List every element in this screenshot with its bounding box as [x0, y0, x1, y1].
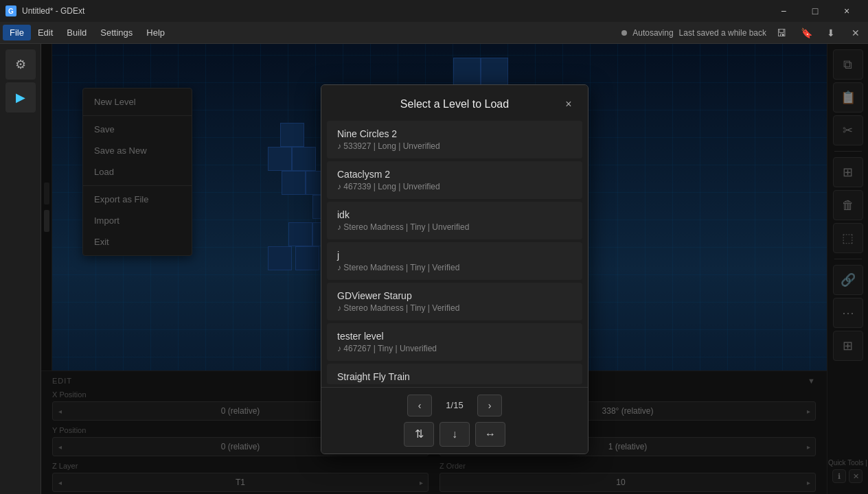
- close-panel-btn[interactable]: ✕: [846, 23, 865, 43]
- menu-settings[interactable]: Settings: [93, 25, 139, 40]
- autosave-dot: [621, 30, 627, 36]
- modal-footer: ‹ 1/15 › ⇅ ↓ ↔: [321, 387, 588, 454]
- menubar-right: Autosaving Last saved a while back 🖫 🔖 ⬇…: [621, 23, 865, 43]
- level-name-2: idk: [337, 209, 572, 220]
- level-item-5[interactable]: tester level ♪ 467267 | Tiny | Unverifie…: [327, 323, 582, 361]
- level-list: Nine Circles 2 ♪ 533927 | Long | Unverif…: [321, 121, 588, 387]
- menu-file[interactable]: File: [3, 25, 31, 40]
- level-name-3: j: [337, 250, 572, 261]
- modal-header: Select a Level to Load ×: [321, 85, 588, 121]
- autosave-label: Autosaving: [632, 28, 673, 38]
- modal-overlay: Select a Level to Load × Nine Circles 2 …: [41, 44, 868, 494]
- level-item-4[interactable]: GDViewer Starup ♪ Stereo Madness | Tiny …: [327, 283, 582, 320]
- menu-edit[interactable]: Edit: [31, 25, 60, 40]
- modal-close-button[interactable]: ×: [560, 96, 577, 113]
- close-button[interactable]: ×: [831, 0, 863, 22]
- maximize-button[interactable]: □: [799, 0, 831, 22]
- level-meta-4: ♪ Stereo Madness | Tiny | Verified: [337, 303, 572, 313]
- level-item-1[interactable]: Cataclysm 2 ♪ 467339 | Long | Unverified: [327, 161, 582, 199]
- share-icon-btn[interactable]: 🔖: [797, 23, 816, 43]
- last-saved-text: Last saved a while back: [679, 28, 766, 38]
- level-meta-0: ♪ 533927 | Long | Unverified: [337, 141, 572, 151]
- pagination: ‹ 1/15 ›: [330, 395, 580, 416]
- save-file-icon-btn[interactable]: 🖫: [772, 23, 791, 43]
- page-info: 1/15: [437, 400, 472, 410]
- titlebar-controls: − □ ×: [768, 0, 863, 22]
- level-select-modal: Select a Level to Load × Nine Circles 2 …: [321, 84, 589, 454]
- titlebar: G Untitled* - GDExt − □ ×: [0, 0, 868, 22]
- move-up-down-btn[interactable]: ⇅: [404, 422, 434, 447]
- move-lr-btn[interactable]: ↔: [475, 422, 505, 447]
- play-btn[interactable]: ▶: [5, 82, 36, 113]
- settings-sidebar-btn[interactable]: ⚙: [5, 49, 36, 80]
- titlebar-title: Untitled* - GDExt: [22, 6, 84, 16]
- modal-title: Select a Level to Load: [349, 98, 560, 110]
- left-sidebar: ⚙ ▶: [0, 44, 41, 494]
- level-meta-3: ♪ Stereo Madness | Tiny | Verified: [337, 263, 572, 272]
- move-down-btn[interactable]: ↓: [439, 422, 470, 447]
- minimize-button[interactable]: −: [768, 0, 799, 22]
- level-name-4: GDViewer Starup: [337, 290, 572, 301]
- level-meta-1: ♪ 467339 | Long | Unverified: [337, 182, 572, 191]
- level-item-3[interactable]: j ♪ Stereo Madness | Tiny | Verified: [327, 242, 582, 280]
- level-meta-5: ♪ 467267 | Tiny | Unverified: [337, 344, 572, 353]
- level-item-6[interactable]: Straight Fly Train: [327, 364, 582, 384]
- level-item-0[interactable]: Nine Circles 2 ♪ 533927 | Long | Unverif…: [327, 121, 582, 158]
- level-name-1: Cataclysm 2: [337, 169, 572, 180]
- menubar: File Edit Build Settings Help Autosaving…: [0, 22, 868, 44]
- level-item-2[interactable]: idk ♪ Stereo Madness | Tiny | Unverified: [327, 202, 582, 239]
- download-icon-btn[interactable]: ⬇: [821, 23, 841, 43]
- level-meta-2: ♪ Stereo Madness | Tiny | Unverified: [337, 222, 572, 232]
- app-icon: G: [5, 5, 16, 16]
- prev-page-btn[interactable]: ‹: [407, 395, 432, 416]
- action-row: ⇅ ↓ ↔: [330, 422, 580, 447]
- canvas-area: ⧉ 📋 ✂ ⊞ 🗑 ⬚ 🔗 ⋯ ⊞ Quick Tools | ℹ ✕ EDIT: [41, 44, 868, 494]
- level-name-6: Straight Fly Train: [337, 371, 572, 382]
- level-name-0: Nine Circles 2: [337, 128, 572, 139]
- titlebar-left: G Untitled* - GDExt: [5, 5, 84, 16]
- menu-help[interactable]: Help: [139, 25, 172, 40]
- menu-build[interactable]: Build: [60, 25, 93, 40]
- main-layout: ⚙ ▶: [0, 44, 868, 494]
- level-name-5: tester level: [337, 331, 572, 342]
- next-page-btn[interactable]: ›: [477, 395, 502, 416]
